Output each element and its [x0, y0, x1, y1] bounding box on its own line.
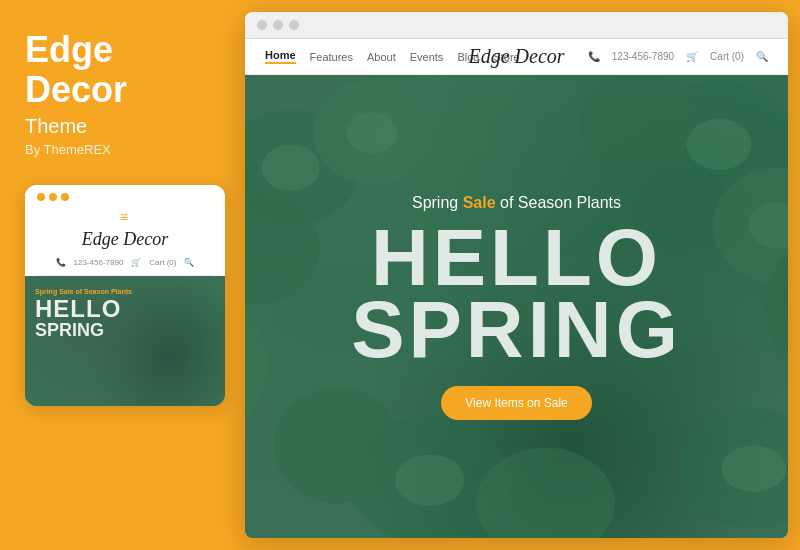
mobile-hero: Spring Sale of Season Plants HELLO SPRIN… — [25, 276, 225, 406]
hero-sale-highlight: Sale — [463, 194, 496, 211]
right-panel: Home Features About Events Blog Store Ed… — [245, 0, 800, 550]
product-title: Edge Decor — [25, 30, 220, 109]
mobile-dot-2 — [49, 193, 57, 201]
mobile-preview-card: ≡ Edge Decor 📞 123-456-7890 🛒 Cart (0) 🔍… — [25, 185, 225, 406]
browser-dot-3 — [289, 20, 299, 30]
browser-dot-1 — [257, 20, 267, 30]
mobile-hero-subtitle: Spring Sale of Season Plants — [35, 288, 215, 295]
nav-cart-icon: 🛒 — [686, 51, 698, 62]
nav-cart-label: Cart (0) — [710, 51, 744, 62]
nav-right-actions: 📞 123-456-7890 🛒 Cart (0) 🔍 — [588, 51, 768, 62]
hero-subtitle: Spring Sale of Season Plants — [412, 194, 621, 212]
mobile-phone-number: 123-456-7890 — [74, 258, 124, 267]
nav-phone-number: 123-456-7890 — [612, 51, 674, 62]
desktop-browser-window: Home Features About Events Blog Store Ed… — [245, 12, 788, 538]
left-panel: Edge Decor Theme By ThemeREX ≡ Edge Deco… — [0, 0, 245, 550]
hero-title-hello: HELLO — [371, 222, 662, 294]
mobile-hamburger-icon: ≡ — [37, 209, 213, 225]
mobile-cart-icon: 🛒 — [131, 258, 141, 267]
hero-subtitle-suffix: of Season Plants — [496, 194, 621, 211]
mobile-hero-title-spring: SPRING — [35, 321, 215, 339]
mobile-dot-1 — [37, 193, 45, 201]
mobile-search-icon: 🔍 — [184, 258, 194, 267]
hero-subtitle-prefix: Spring — [412, 194, 463, 211]
nav-phone-icon: 📞 — [588, 51, 600, 62]
product-subtitle: Theme — [25, 115, 220, 138]
site-navbar: Home Features About Events Blog Store Ed… — [245, 39, 788, 75]
site-hero: Spring Sale of Season Plants HELLO SPRIN… — [245, 75, 788, 538]
nav-features[interactable]: Features — [310, 51, 353, 63]
mobile-dot-3 — [61, 193, 69, 201]
mobile-hero-content: Spring Sale of Season Plants HELLO SPRIN… — [35, 288, 215, 339]
mobile-hero-title-hello: HELLO — [35, 297, 215, 321]
browser-dot-2 — [273, 20, 283, 30]
hero-cta-button[interactable]: View Items on Sale — [441, 386, 592, 420]
nav-search-icon[interactable]: 🔍 — [756, 51, 768, 62]
site-logo: Edge Decor — [468, 45, 564, 68]
mobile-phone-icon: 📞 — [56, 258, 66, 267]
mobile-nav-row: 📞 123-456-7890 🛒 Cart (0) 🔍 — [37, 258, 213, 276]
nav-home[interactable]: Home — [265, 49, 296, 64]
mobile-browser-dots — [37, 193, 213, 201]
product-author: By ThemeREX — [25, 142, 220, 157]
browser-chrome — [245, 12, 788, 39]
mobile-card-header: ≡ Edge Decor 📞 123-456-7890 🛒 Cart (0) 🔍 — [25, 185, 225, 276]
mobile-cart-label: Cart (0) — [149, 258, 176, 267]
mobile-logo: Edge Decor — [37, 229, 213, 250]
hero-content: Spring Sale of Season Plants HELLO SPRIN… — [245, 75, 788, 538]
nav-events[interactable]: Events — [410, 51, 444, 63]
nav-about[interactable]: About — [367, 51, 396, 63]
hero-title-spring: SPRING — [351, 294, 682, 366]
